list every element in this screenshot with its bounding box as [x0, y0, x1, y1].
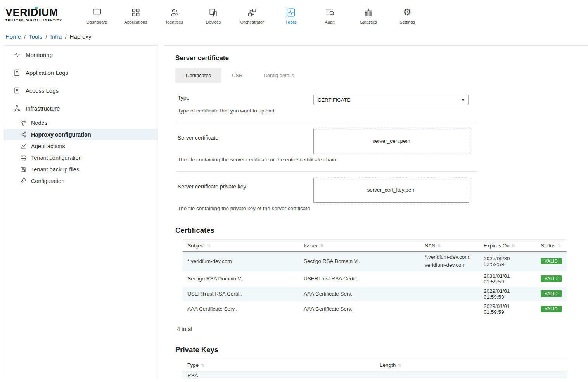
sidebar-item-agent-actions[interactable]: Agent actions — [4, 140, 158, 152]
nav-item-devices[interactable]: Devices — [194, 5, 233, 24]
cell-issuer: USERTrust RSA Certif.. — [299, 271, 420, 287]
tab-config-details[interactable]: Config details — [253, 68, 304, 83]
cell-san: *.veridium-dev.com, veridium-dev.com — [420, 252, 479, 271]
wrench-icon — [19, 178, 27, 185]
sidebar-item-access-logs[interactable]: Access Logs — [4, 81, 158, 99]
sidebar-item-haproxy-configuration[interactable]: Haproxy configuration — [4, 129, 158, 140]
column-header-subject[interactable]: Subject⇅ — [183, 240, 299, 251]
nav-item-audit[interactable]: Audit — [310, 5, 349, 24]
brand-name: VERIDIUM — [5, 7, 71, 18]
sidebar-item-monitoring[interactable]: Monitoring — [4, 46, 158, 64]
sort-icon: ⇅ — [557, 244, 561, 248]
tab-csr[interactable]: CSR — [221, 68, 253, 83]
sidebar-item-tenant-backup-files[interactable]: Tenant backup files — [4, 164, 158, 175]
orchestrator-icon — [247, 7, 257, 18]
table-row[interactable]: RSA — [183, 371, 567, 378]
sidebar-item-infrastructure[interactable]: Infrastructure — [4, 99, 158, 117]
sidebar-item-label: Application Logs — [26, 69, 68, 76]
sidebar-item-label: Configuration — [31, 178, 64, 184]
sidebar-item-label: Monitoring — [26, 52, 53, 58]
nav-item-dashboard[interactable]: Dashboard — [78, 5, 116, 24]
private-keys-section-title: Private Keys — [175, 346, 588, 354]
column-header-length[interactable]: Length⇅ — [375, 359, 567, 371]
tools-icon — [286, 7, 296, 18]
nav-item-statistics[interactable]: Statistics — [349, 5, 388, 24]
private-keys-table-header: Type⇅ Length⇅ — [183, 359, 567, 371]
type-help-text: Type of certificate that you want to upl… — [175, 108, 477, 114]
settings-gear-icon: ⚙ — [403, 7, 412, 18]
table-row[interactable]: AAA Certificate Serv.. AAA Certificate S… — [183, 302, 567, 317]
cell-expires: 2025/09/30 02:59:59 — [479, 252, 536, 271]
nav-item-identities[interactable]: Identities — [155, 5, 194, 24]
nav-item-settings[interactable]: ⚙ Settings — [388, 5, 427, 24]
breadcrumb-tools[interactable]: Tools — [29, 33, 42, 40]
chevron-down-icon: ▾ — [462, 97, 464, 103]
private-key-help-text: The file containing the private key of t… — [175, 206, 477, 211]
column-header-expires-on[interactable]: Expires On⇅ — [479, 240, 536, 251]
nav-item-applications[interactable]: Applications — [116, 5, 155, 24]
sidebar-item-label: Tenant backup files — [31, 166, 79, 173]
save-disk-icon — [19, 166, 27, 173]
table-row[interactable]: Sectigo RSA Domain V.. USERTrust RSA Cer… — [183, 271, 567, 287]
nav-label: Applications — [124, 20, 147, 24]
column-header-type[interactable]: Type⇅ — [183, 359, 375, 371]
private-key-upload[interactable]: server_cert_key.pem — [313, 177, 469, 203]
cell-issuer: Sectigo RSA Domain V.. — [299, 252, 420, 271]
table-row[interactable]: USERTrust RSA Certif.. AAA Certificate S… — [183, 287, 567, 302]
tab-certificates[interactable]: Certificates — [175, 68, 221, 83]
breadcrumb-home[interactable]: Home — [5, 33, 21, 40]
cell-issuer: AAA Certificate Serv.. — [299, 287, 420, 302]
document-icon — [13, 69, 21, 76]
nav-item-orchestrator[interactable]: Orchestrator — [233, 5, 272, 24]
nav-label: Tools — [285, 20, 297, 24]
server-certificate-filename: server_cert.pem — [372, 138, 410, 144]
sidebar-item-label: Nodes — [31, 120, 47, 126]
sidebar-item-application-logs[interactable]: Application Logs — [4, 64, 158, 81]
brand-logo[interactable]: VERIDIUM TRUSTED DIGITAL IDENTITY — [5, 7, 71, 22]
table-row[interactable]: *.veridium-dev.com Sectigo RSA Domain V.… — [183, 252, 567, 271]
breadcrumb-separator: / — [45, 33, 47, 40]
server-certificate-help-text: The file containing the server certifica… — [175, 157, 477, 162]
haproxy-nodes-icon — [19, 131, 27, 138]
private-key-filename: server_cert_key.pem — [367, 187, 415, 193]
server-certificate-upload[interactable]: server_cert.pem — [313, 128, 469, 154]
applications-icon — [131, 7, 141, 18]
certificates-table: Subject⇅ Issuer⇅ SAN⇅ Expires On⇅ Status… — [183, 239, 567, 317]
sidebar-item-label: Infrastructure — [26, 105, 60, 112]
column-header-san[interactable]: SAN⇅ — [420, 240, 479, 251]
devices-icon — [208, 7, 218, 18]
breadcrumb: Home/Tools/Infra/Haproxy — [0, 29, 588, 45]
nav-item-tools[interactable]: Tools — [272, 5, 310, 24]
sidebar-item-configuration[interactable]: Configuration — [4, 175, 158, 187]
divider — [175, 171, 477, 172]
nav-label: Identities — [166, 20, 183, 24]
document-icon — [13, 87, 21, 94]
top-navbar: VERIDIUM TRUSTED DIGITAL IDENTITY Dashbo… — [0, 0, 588, 29]
sidebar-item-label: Agent actions — [31, 143, 65, 149]
sidebar: Monitoring Application Logs Access Logs … — [4, 45, 158, 378]
column-header-issuer[interactable]: Issuer⇅ — [299, 240, 420, 251]
main-content: Server certificate Certificates CSR Conf… — [164, 45, 588, 378]
dashboard-icon — [92, 7, 102, 18]
logo-dot-icon — [35, 7, 38, 9]
identities-icon — [169, 7, 180, 18]
breadcrumb-current: Haproxy — [70, 33, 92, 40]
sidebar-item-tenant-configuration[interactable]: Tenant configuration — [4, 152, 158, 164]
cell-expires: 2029/01/01 01:59:59 — [479, 302, 536, 317]
sidebar-item-nodes[interactable]: Nodes — [4, 117, 158, 129]
cell-san — [420, 271, 479, 287]
sort-icon: ⇅ — [398, 363, 401, 368]
certificate-type-select[interactable]: CERTIFICATE ▾ — [313, 95, 469, 105]
private-keys-table: Type⇅ Length⇅ RSA — [183, 359, 567, 378]
line-chart-icon — [19, 143, 27, 150]
status-badge: VALID — [541, 306, 562, 312]
cell-subject: Sectigo RSA Domain V.. — [183, 271, 299, 287]
sort-icon: ⇅ — [320, 244, 323, 248]
main-nav: Dashboard Applications Identities Device… — [78, 5, 427, 24]
certificate-form: Type CERTIFICATE ▾ Type of certificate t… — [175, 95, 477, 211]
sort-icon: ⇅ — [512, 244, 515, 248]
breadcrumb-infra[interactable]: Infra — [50, 33, 62, 40]
divider — [175, 123, 477, 123]
column-header-status[interactable]: Status⇅ — [536, 240, 567, 251]
cell-issuer: AAA Certificate Serv.. — [299, 302, 420, 317]
